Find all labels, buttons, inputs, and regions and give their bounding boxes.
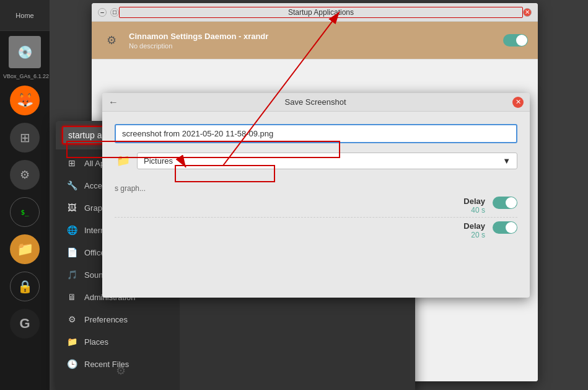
lock-symbol: 🔒	[17, 279, 33, 294]
system-symbol: ⚙	[20, 168, 30, 182]
taskbar-home-label[interactable]: Home	[0, 0, 50, 31]
files-icon[interactable]: 📁	[10, 234, 40, 264]
accessories-icon: 🔧	[66, 179, 78, 192]
close-button[interactable]: ✕	[523, 8, 532, 17]
terminal-icon[interactable]: $_	[10, 197, 40, 227]
delay-2-toggle[interactable]	[493, 221, 517, 234]
internet-icon: 🌐	[66, 224, 78, 236]
desktop: Home 💿 VBox_GAs_6.1.22 🦊 ⊞ ⚙ $_ 📁 🔒 G	[0, 0, 588, 390]
files-symbol: 📁	[17, 241, 33, 257]
places-label: Places	[84, 337, 108, 347]
preferences-label: Preferences	[84, 315, 128, 324]
delay-1-toggle[interactable]	[493, 197, 517, 209]
category-preferences[interactable]: ⚙ Preferences	[56, 308, 180, 330]
cd-label: VBox_GAs_6.1.22	[3, 73, 46, 79]
system-icon[interactable]: ⚙	[10, 160, 40, 190]
delay-1-toggle-knob	[506, 197, 517, 208]
delay-section: s graph... Delay 40 s Delay 20 s	[115, 184, 517, 239]
window-controls: – □	[98, 8, 119, 17]
save-screenshot-dialog: ← Save Screenshot ✕ 📁 Pictures ▼ s graph…	[102, 93, 530, 298]
home-label: Home	[15, 12, 33, 19]
minimize-button[interactable]: –	[98, 8, 107, 17]
delay-2-value: 20 s	[463, 231, 485, 239]
sound-video-icon: 🎵	[66, 268, 78, 281]
grid-icon[interactable]: ⊞	[10, 123, 40, 153]
delay-1-info: Delay 40 s	[463, 197, 485, 215]
preferences-icon: ⚙	[66, 313, 78, 326]
back-button[interactable]: ←	[108, 97, 118, 108]
dialog-close-button[interactable]: ✕	[512, 97, 524, 108]
terminal-symbol: $_	[20, 208, 29, 216]
gear-symbol: ⚙	[116, 364, 126, 378]
g-launcher-icon[interactable]: G	[10, 309, 40, 339]
cd-symbol: 💿	[17, 45, 33, 60]
window-title: Startup Applications	[119, 7, 523, 18]
startup-item-desc: No description	[129, 42, 496, 50]
lock-icon[interactable]: 🔒	[10, 272, 40, 301]
g-symbol: G	[19, 316, 30, 332]
graph-text: s graph...	[115, 184, 517, 193]
delay-item-2: Delay 20 s	[115, 217, 517, 239]
delay-1-label: Delay	[463, 197, 485, 206]
folder-dropdown[interactable]: Pictures ▼	[137, 153, 517, 169]
category-places[interactable]: 📁 Places	[56, 330, 180, 353]
office-icon: 📄	[66, 246, 78, 259]
save-dialog-content: 📁 Pictures ▼ s graph... Delay 40 s	[102, 112, 530, 298]
save-dialog-titlebar: ← Save Screenshot ✕	[102, 93, 530, 112]
folder-label: Pictures	[144, 156, 173, 166]
administration-icon: 🖥	[66, 291, 78, 303]
delay-1-value: 40 s	[463, 206, 485, 215]
filename-input[interactable]	[115, 124, 517, 143]
folder-select-row: 📁 Pictures ▼	[115, 152, 517, 169]
startup-item-info: Cinnamon Settings Daemon - xrandr No des…	[129, 32, 496, 50]
folder-icon: 📁	[115, 152, 132, 169]
window-titlebar: – □ Startup Applications ✕	[92, 3, 538, 22]
recent-files-icon: 🕒	[66, 358, 78, 370]
firefox-icon[interactable]: 🦊	[10, 86, 40, 115]
all-apps-icon: ⊞	[66, 157, 78, 169]
taskbar: Home 💿 VBox_GAs_6.1.22 🦊 ⊞ ⚙ $_ 📁 🔒 G	[0, 0, 50, 390]
cd-drive-icon[interactable]: 💿	[9, 36, 41, 68]
startup-item-xrandr[interactable]: ⚙ Cinnamon Settings Daemon - xrandr No d…	[92, 22, 538, 60]
firefox-symbol: 🦊	[17, 92, 33, 109]
delay-2-info: Delay 20 s	[463, 221, 485, 239]
gear-settings-icon[interactable]: ⚙	[112, 361, 130, 380]
delay-2-label: Delay	[463, 221, 485, 231]
startup-toggle[interactable]	[503, 34, 528, 47]
dropdown-chevron-icon: ▼	[502, 156, 511, 166]
grid-symbol: ⊞	[20, 130, 30, 145]
startup-item-icon: ⚙	[102, 30, 121, 50]
startup-item-name: Cinnamon Settings Daemon - xrandr	[129, 32, 496, 41]
delay-item-1: Delay 40 s	[115, 197, 517, 215]
maximize-button[interactable]: □	[110, 8, 119, 17]
graphics-icon: 🖼	[66, 202, 78, 214]
places-icon: 📁	[66, 335, 78, 348]
toggle-knob	[516, 35, 527, 46]
delay-2-toggle-knob	[506, 222, 517, 233]
save-dialog-title: Save Screenshot	[118, 97, 512, 107]
